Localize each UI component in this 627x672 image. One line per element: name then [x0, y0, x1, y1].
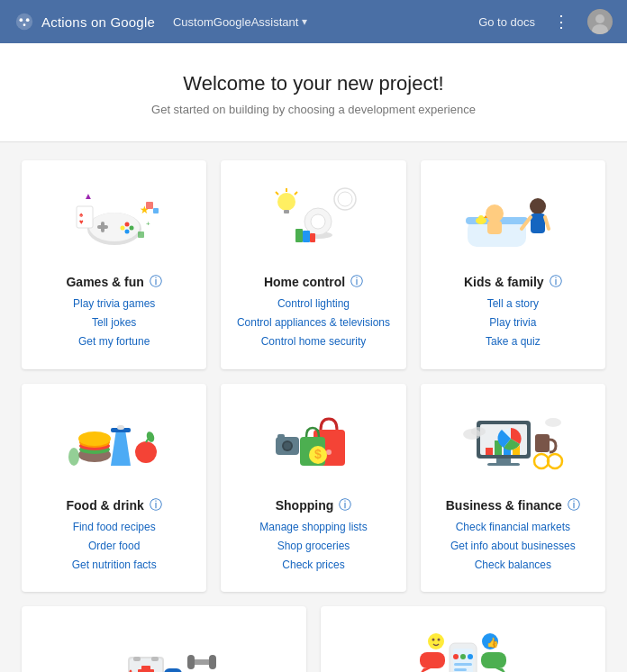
- svg-rect-67: [277, 434, 285, 439]
- svg-point-107: [438, 639, 441, 641]
- kids-info-icon[interactable]: ⓘ: [550, 274, 562, 290]
- svg-point-106: [432, 639, 435, 641]
- svg-rect-70: [496, 459, 511, 463]
- card-shopping[interactable]: $ Shopping ⓘ Manage shopping lists Shop …: [221, 384, 405, 593]
- svg-point-5: [595, 14, 604, 23]
- welcome-subtitle: Get started on building by choosing a de…: [18, 103, 609, 116]
- food-info-icon[interactable]: ⓘ: [150, 497, 162, 513]
- svg-point-58: [68, 448, 79, 466]
- food-link-3[interactable]: Get nutrition facts: [72, 557, 157, 574]
- shopping-link-2[interactable]: Shop groceries: [277, 538, 350, 555]
- svg-point-41: [530, 198, 546, 214]
- svg-rect-22: [138, 232, 144, 238]
- svg-text:👍: 👍: [486, 636, 499, 649]
- menu-icon[interactable]: ⋮: [553, 12, 569, 32]
- card-food[interactable]: Food & drink ⓘ Find food recipes Order f…: [22, 384, 206, 593]
- card-home-title: Home control: [264, 275, 345, 289]
- card-health-image: [32, 621, 295, 672]
- games-link-3[interactable]: Get my fortune: [78, 333, 150, 350]
- svg-rect-34: [310, 233, 315, 242]
- food-link-1[interactable]: Find food recipes: [73, 519, 156, 536]
- home-link-3[interactable]: Control home security: [261, 333, 367, 350]
- card-shopping-title: Shopping: [276, 498, 334, 513]
- svg-rect-88: [133, 657, 141, 661]
- card-business-title: Business & finance: [446, 498, 562, 513]
- user-avatar[interactable]: [587, 9, 613, 34]
- docs-link[interactable]: Go to docs: [478, 15, 535, 29]
- card-shopping-image: $: [232, 398, 395, 488]
- card-business-header: Business & finance ⓘ: [446, 497, 580, 513]
- card-food-links: Find food recipes Order food Get nutriti…: [72, 519, 157, 575]
- kids-link-3[interactable]: Take a quiz: [486, 333, 541, 350]
- shopping-link-1[interactable]: Manage shopping lists: [259, 519, 367, 536]
- svg-text:+: +: [146, 220, 150, 228]
- home-link-2[interactable]: Control appliances & televisions: [237, 314, 390, 331]
- shopping-link-3[interactable]: Check prices: [282, 557, 344, 574]
- svg-rect-114: [454, 663, 472, 666]
- svg-point-113: [468, 654, 473, 659]
- games-link-2[interactable]: Tell jokes: [92, 314, 136, 331]
- svg-point-13: [124, 230, 129, 234]
- business-link-1[interactable]: Check financial markets: [456, 519, 570, 536]
- svg-point-3: [23, 23, 26, 26]
- business-info-icon[interactable]: ⓘ: [568, 497, 580, 513]
- welcome-title: Welcome to your new project!: [18, 72, 609, 95]
- app-title: Actions on Google: [41, 14, 155, 30]
- svg-point-36: [338, 192, 352, 206]
- card-kids-title: Kids & family: [464, 275, 544, 289]
- svg-point-46: [478, 215, 484, 221]
- card-kids[interactable]: Kids & family ⓘ Tell a story Play trivia…: [421, 160, 605, 369]
- kids-link-2[interactable]: Play trivia: [489, 314, 536, 331]
- svg-rect-71: [487, 463, 520, 466]
- card-home[interactable]: Home control ⓘ Control lighting Control …: [221, 160, 405, 369]
- kids-link-1[interactable]: Tell a story: [487, 295, 539, 313]
- svg-rect-89: [151, 657, 159, 661]
- svg-point-111: [453, 654, 459, 659]
- shopping-info-icon[interactable]: ⓘ: [339, 497, 351, 513]
- svg-text:▲: ▲: [84, 191, 93, 201]
- svg-point-56: [135, 441, 157, 463]
- food-link-2[interactable]: Order food: [88, 538, 140, 555]
- bottom-row: Health & fitness ⓘ Get info about health…: [22, 606, 605, 672]
- games-link-1[interactable]: Play trivia games: [73, 295, 155, 313]
- business-link-3[interactable]: Check balances: [475, 557, 551, 574]
- home-info-icon[interactable]: ⓘ: [350, 274, 363, 290]
- card-food-title: Food & drink: [67, 498, 144, 513]
- svg-line-30: [295, 192, 297, 195]
- card-home-header: Home control ⓘ: [264, 274, 363, 290]
- card-social-image: 👍: [332, 621, 595, 672]
- welcome-section: Welcome to your new project! Get started…: [0, 43, 627, 142]
- card-business[interactable]: Business & finance ⓘ Check financial mar…: [421, 384, 605, 593]
- card-kids-image: [432, 175, 595, 265]
- home-link-1[interactable]: Control lighting: [277, 295, 350, 313]
- svg-point-2: [26, 18, 30, 22]
- svg-rect-103: [481, 652, 506, 668]
- card-health[interactable]: Health & fitness ⓘ Get info about health…: [22, 606, 306, 672]
- business-link-2[interactable]: Get info about businesses: [450, 538, 576, 555]
- card-kids-header: Kids & family ⓘ: [464, 274, 562, 290]
- kids-illustration: [459, 179, 567, 260]
- svg-point-82: [471, 427, 486, 436]
- games-info-icon[interactable]: ⓘ: [150, 274, 162, 290]
- app-header: Actions on Google CustomGoogleAssistant …: [0, 0, 627, 43]
- header-logo: Actions on Google: [14, 12, 155, 32]
- svg-rect-28: [284, 210, 289, 213]
- svg-marker-53: [111, 430, 131, 466]
- card-home-links: Control lighting Control appliances & te…: [237, 295, 390, 351]
- card-games-image: ♠ ♥ ★ + ▲: [32, 175, 195, 265]
- svg-rect-21: [153, 208, 159, 213]
- svg-rect-20: [146, 202, 153, 209]
- svg-point-1: [20, 18, 23, 22]
- svg-point-83: [545, 418, 561, 427]
- card-social[interactable]: 👍 Social & communication ⓘ M: [321, 606, 605, 672]
- card-home-image: [232, 175, 395, 265]
- card-kids-links: Tell a story Play trivia Take a quiz: [486, 295, 541, 351]
- svg-rect-55: [117, 425, 124, 430]
- health-illustration: [110, 625, 218, 672]
- shopping-illustration: $: [259, 403, 368, 484]
- card-games[interactable]: ♠ ♥ ★ + ▲ Games & fun ⓘ Play trivia game…: [22, 160, 206, 369]
- avatar-icon: [587, 9, 613, 34]
- project-selector[interactable]: CustomGoogleAssistant ▾: [173, 15, 307, 29]
- card-games-links: Play trivia games Tell jokes Get my fort…: [73, 295, 155, 351]
- food-illustration: [60, 403, 168, 484]
